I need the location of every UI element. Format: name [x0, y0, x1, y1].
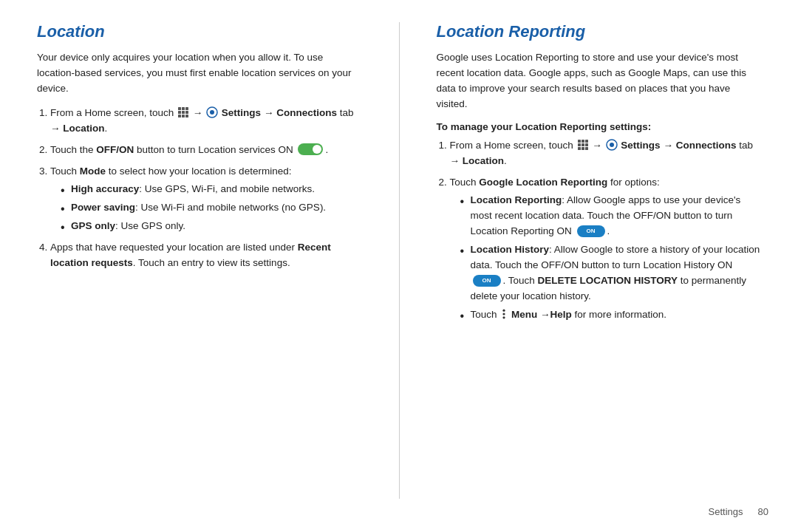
svg-rect-5	[185, 111, 188, 114]
page: Location Your device only acquires your …	[0, 0, 798, 532]
left-step-4: Apps that have requested your location a…	[50, 240, 362, 271]
reporting-options: Location Reporting: Allow Google apps to…	[471, 193, 762, 322]
svg-rect-15	[582, 143, 584, 146]
svg-rect-17	[578, 147, 581, 150]
svg-rect-7	[182, 115, 185, 117]
manage-title: To manage your Location Reporting settin…	[437, 121, 762, 132]
mode-label: Mode	[80, 166, 106, 177]
left-title: Location	[37, 22, 362, 41]
option-location-reporting: Location Reporting: Allow Google apps to…	[471, 193, 762, 239]
location-reporting-toggle[interactable]: ON	[577, 225, 605, 237]
right-steps: From a Home screen, touch	[450, 138, 762, 323]
columns: Location Your device only acquires your …	[30, 22, 768, 499]
apps-grid-icon	[177, 106, 189, 118]
location-toggle-on[interactable]	[298, 143, 323, 155]
svg-rect-1	[182, 107, 185, 110]
menu-dots-icon	[500, 308, 508, 320]
svg-rect-3	[178, 111, 181, 114]
option-menu-help: Touch Menu →Help for more information.	[471, 307, 762, 323]
settings-circle-icon-2	[606, 139, 618, 151]
footer-settings-label: Settings	[709, 506, 743, 517]
svg-point-10	[210, 110, 214, 115]
right-intro: Google uses Location Reporting to store …	[437, 50, 762, 112]
left-column: Location Your device only acquires your …	[30, 22, 369, 499]
left-intro: Your device only acquires your location …	[37, 50, 362, 97]
apps-grid-icon-2	[577, 139, 589, 151]
location-label-2: Location	[463, 155, 504, 166]
right-step-2: Touch Google Location Reporting for opti…	[450, 175, 762, 323]
connections-label-2: Connections	[676, 140, 737, 151]
mode-gps-only: GPS only: Use GPS only.	[71, 219, 362, 234]
mode-high-accuracy: High accuracy: Use GPS, Wi-Fi, and mobil…	[71, 182, 362, 197]
left-step-3: Touch Mode to select how your location i…	[50, 164, 362, 235]
svg-point-23	[503, 313, 505, 316]
recent-location-label: Recent location requests	[50, 242, 331, 268]
svg-rect-4	[182, 111, 185, 114]
svg-rect-13	[585, 140, 588, 143]
svg-rect-6	[178, 115, 181, 117]
svg-point-22	[503, 310, 505, 312]
svg-rect-0	[178, 107, 181, 110]
mode-power-saving: Power saving: Use Wi-Fi and mobile netwo…	[71, 200, 362, 216]
location-label-1: Location	[63, 123, 104, 134]
svg-rect-2	[185, 107, 188, 110]
right-step-1: From a Home screen, touch	[450, 138, 762, 169]
svg-rect-16	[585, 143, 588, 146]
svg-rect-18	[582, 147, 584, 150]
location-history-toggle[interactable]: ON	[473, 275, 501, 287]
google-location-reporting-label: Google Location Reporting	[479, 177, 607, 188]
option-location-history: Location History: Allow Google to store …	[471, 242, 762, 304]
left-step-1: From a Home screen, touch	[50, 106, 362, 137]
help-label: Help	[550, 309, 572, 320]
connections-label-1: Connections	[276, 107, 337, 118]
column-divider	[399, 22, 400, 499]
right-column: Location Reporting Google uses Location …	[429, 22, 769, 499]
settings-label-2: Settings	[621, 140, 660, 151]
svg-rect-8	[185, 115, 188, 117]
svg-rect-12	[582, 140, 584, 143]
settings-circle-icon	[206, 106, 218, 118]
footer-page-number: 80	[758, 506, 768, 517]
settings-label-1: Settings	[222, 107, 261, 118]
mode-options: High accuracy: Use GPS, Wi-Fi, and mobil…	[71, 182, 362, 234]
left-steps: From a Home screen, touch	[50, 106, 362, 271]
menu-label: Menu →	[511, 309, 550, 320]
svg-point-24	[503, 317, 505, 319]
svg-rect-19	[585, 147, 588, 150]
svg-rect-14	[578, 143, 581, 146]
left-step-2: Touch the OFF/ON button to turn Location…	[50, 143, 362, 158]
svg-rect-11	[578, 140, 581, 143]
off-on-label: OFF/ON	[96, 144, 134, 155]
right-title: Location Reporting	[437, 22, 762, 41]
footer: Settings 80	[30, 499, 768, 517]
svg-point-21	[610, 143, 614, 147]
